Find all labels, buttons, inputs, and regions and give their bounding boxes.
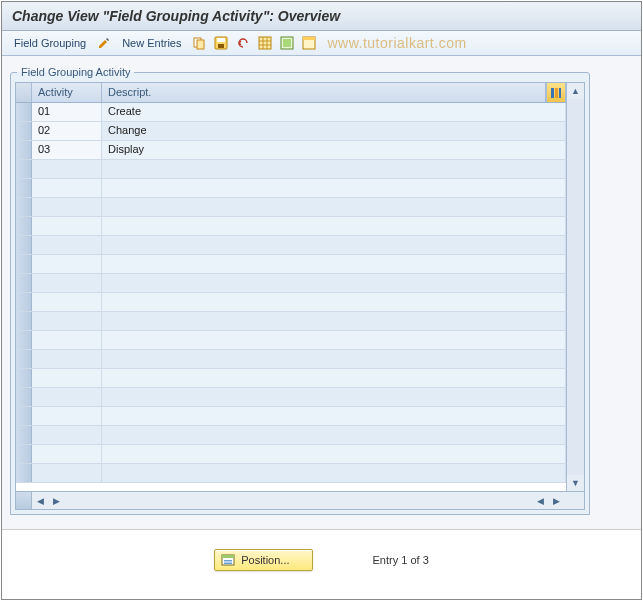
cell-descript[interactable] [102,312,566,330]
cell-descript[interactable] [102,160,566,178]
table-row[interactable] [16,388,566,407]
table-row[interactable] [16,331,566,350]
row-selector[interactable] [16,312,32,330]
table-row[interactable] [16,407,566,426]
column-descript[interactable]: Descript. [102,83,546,102]
cell-activity[interactable] [32,464,102,482]
cell-descript[interactable] [102,198,566,216]
scroll-down-icon[interactable]: ▼ [568,475,584,491]
cell-descript[interactable] [102,293,566,311]
table-row[interactable] [16,426,566,445]
column-activity[interactable]: Activity [32,83,102,102]
cell-descript[interactable] [102,331,566,349]
table-row[interactable] [16,445,566,464]
row-selector[interactable] [16,369,32,387]
field-grouping-link[interactable]: Field Grouping [10,35,90,51]
table-row[interactable] [16,350,566,369]
row-selector[interactable] [16,407,32,425]
cell-descript[interactable] [102,464,566,482]
cell-activity[interactable] [32,445,102,463]
table-row[interactable] [16,464,566,483]
cell-descript[interactable] [102,255,566,273]
new-entries-link[interactable]: New Entries [118,35,185,51]
table-row[interactable] [16,312,566,331]
row-selector[interactable] [16,141,32,159]
cell-activity[interactable] [32,274,102,292]
table-row[interactable]: 02Change [16,122,566,141]
cell-descript[interactable] [102,350,566,368]
cell-descript[interactable] [102,179,566,197]
table-row[interactable] [16,160,566,179]
cell-activity[interactable] [32,350,102,368]
row-selector[interactable] [16,464,32,482]
cell-activity[interactable]: 02 [32,122,102,140]
cell-activity[interactable] [32,388,102,406]
row-selector[interactable] [16,122,32,140]
row-selector[interactable] [16,179,32,197]
hscroll-left-icon[interactable]: ◀ [32,493,48,509]
select-all-header[interactable] [16,83,32,102]
scroll-track[interactable] [567,99,584,475]
cell-activity[interactable] [32,312,102,330]
undo-icon[interactable] [235,35,251,51]
cell-descript[interactable] [102,388,566,406]
row-selector[interactable] [16,255,32,273]
cell-descript[interactable] [102,217,566,235]
cell-activity[interactable]: 03 [32,141,102,159]
cell-descript[interactable] [102,445,566,463]
cell-activity[interactable] [32,293,102,311]
vertical-scrollbar[interactable]: ▲ ▼ [566,83,584,491]
table-row[interactable] [16,217,566,236]
cell-activity[interactable] [32,236,102,254]
cell-descript[interactable] [102,369,566,387]
cell-activity[interactable] [32,198,102,216]
cell-descript[interactable] [102,407,566,425]
table-row[interactable]: 01Create [16,103,566,122]
cell-activity[interactable] [32,369,102,387]
table-row[interactable] [16,369,566,388]
row-selector[interactable] [16,426,32,444]
cell-descript[interactable] [102,426,566,444]
edit-pencil-icon[interactable] [96,35,112,51]
cell-activity[interactable]: 01 [32,103,102,121]
cell-activity[interactable] [32,160,102,178]
cell-activity[interactable] [32,217,102,235]
row-selector[interactable] [16,160,32,178]
cell-descript[interactable] [102,274,566,292]
hscroll-right-icon[interactable]: ▶ [48,493,64,509]
row-selector[interactable] [16,293,32,311]
cell-activity[interactable] [32,255,102,273]
copy-icon[interactable] [191,35,207,51]
position-button[interactable]: Position... [214,549,312,571]
row-selector[interactable] [16,388,32,406]
scroll-up-icon[interactable]: ▲ [568,83,584,99]
table-row[interactable] [16,255,566,274]
row-selector[interactable] [16,331,32,349]
row-selector[interactable] [16,274,32,292]
save-icon[interactable] [213,35,229,51]
row-selector[interactable] [16,217,32,235]
row-selector[interactable] [16,350,32,368]
cell-activity[interactable] [32,179,102,197]
table-row[interactable] [16,236,566,255]
hscroll-right-2-icon[interactable]: ▶ [548,493,564,509]
table-settings-icon[interactable] [301,35,317,51]
row-selector[interactable] [16,103,32,121]
cell-descript[interactable] [102,236,566,254]
cell-activity[interactable] [32,331,102,349]
cell-descript[interactable]: Create [102,103,566,121]
table-row[interactable] [16,179,566,198]
hscroll-left-2-icon[interactable]: ◀ [532,493,548,509]
cell-descript[interactable]: Change [102,122,566,140]
row-selector[interactable] [16,236,32,254]
cell-activity[interactable] [32,407,102,425]
configure-columns-icon[interactable] [546,83,566,102]
table-row[interactable]: 03Display [16,141,566,160]
select-all-icon[interactable] [257,35,273,51]
row-selector[interactable] [16,445,32,463]
table-row[interactable] [16,198,566,217]
table-row[interactable] [16,293,566,312]
table-row[interactable] [16,274,566,293]
cell-activity[interactable] [32,426,102,444]
deselect-all-icon[interactable] [279,35,295,51]
